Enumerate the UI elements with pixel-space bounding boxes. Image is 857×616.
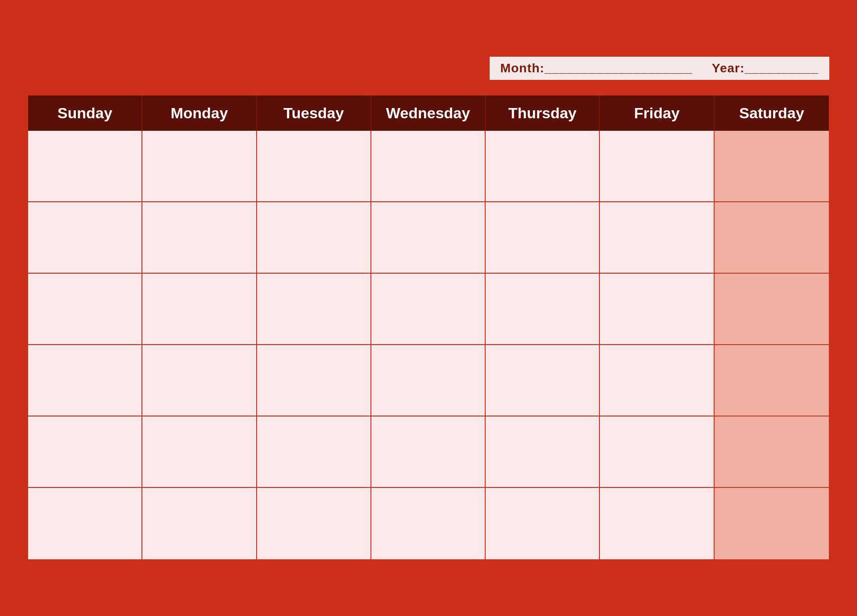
table-row[interactable] [486,488,600,559]
table-row[interactable] [257,131,371,202]
day-header-tuesday: Tuesday [257,96,371,131]
calendar-container: Sunday Monday Tuesday Wednesday Thursday… [27,94,830,561]
table-row[interactable] [371,488,486,559]
table-row[interactable] [715,416,829,488]
table-row[interactable] [715,488,829,559]
table-row[interactable] [28,345,142,416]
table-row[interactable] [486,274,600,345]
table-row[interactable] [142,488,257,559]
table-row[interactable] [142,345,257,416]
table-row[interactable] [28,202,142,274]
table-row[interactable] [257,345,371,416]
table-row[interactable] [142,131,257,202]
day-header-monday: Monday [142,96,257,131]
table-row[interactable] [600,202,714,274]
day-header-saturday: Saturday [715,96,829,131]
table-row[interactable] [715,274,829,345]
table-row[interactable] [142,274,257,345]
table-row[interactable] [371,274,486,345]
table-row[interactable] [486,345,600,416]
table-row[interactable] [28,131,142,202]
table-row[interactable] [257,274,371,345]
table-row[interactable] [257,488,371,559]
table-row[interactable] [600,416,714,488]
table-row[interactable] [371,345,486,416]
table-row[interactable] [257,416,371,488]
table-row[interactable] [142,202,257,274]
table-row[interactable] [371,202,486,274]
table-row[interactable] [28,488,142,559]
day-header-sunday: Sunday [28,96,142,131]
table-row[interactable] [600,345,714,416]
year-label: Year:__________ [712,61,819,75]
table-row[interactable] [142,416,257,488]
page-wrapper: Month:____________________ Year:________… [27,56,830,561]
table-row[interactable] [600,131,714,202]
table-row[interactable] [600,274,714,345]
table-row[interactable] [600,488,714,559]
table-row[interactable] [715,202,829,274]
header-row: Month:____________________ Year:________… [27,56,830,81]
day-header-friday: Friday [600,96,714,131]
month-label: Month:____________________ [500,61,693,75]
table-row[interactable] [486,416,600,488]
month-year-box: Month:____________________ Year:________… [489,56,830,81]
day-header-thursday: Thursday [486,96,600,131]
day-headers: Sunday Monday Tuesday Wednesday Thursday… [28,96,829,131]
calendar-grid [28,131,829,559]
day-header-wednesday: Wednesday [371,96,486,131]
table-row[interactable] [28,416,142,488]
table-row[interactable] [28,274,142,345]
table-row[interactable] [257,202,371,274]
table-row[interactable] [486,202,600,274]
table-row[interactable] [371,131,486,202]
table-row[interactable] [715,131,829,202]
table-row[interactable] [371,416,486,488]
table-row[interactable] [486,131,600,202]
table-row[interactable] [715,345,829,416]
